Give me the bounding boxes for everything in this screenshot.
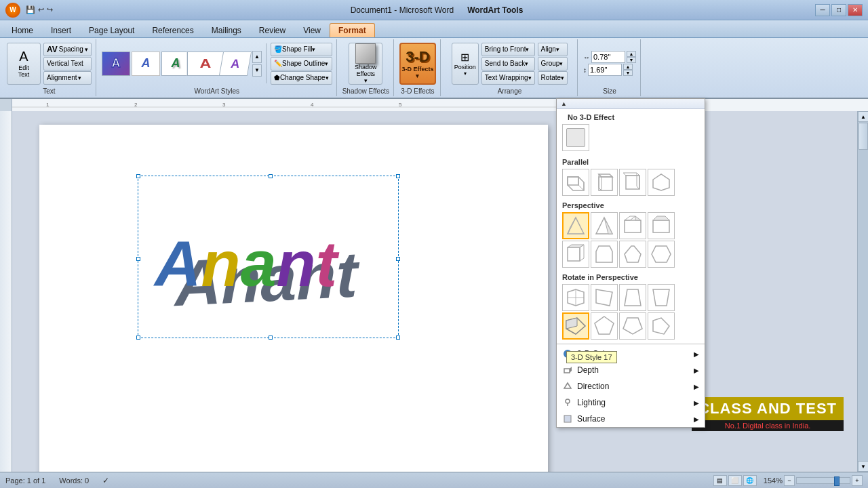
handle-tc[interactable] <box>269 174 273 178</box>
scroll-track[interactable] <box>858 122 868 461</box>
3d-effects-button[interactable]: 3-D 3-D Effects ▾ <box>399 43 436 85</box>
close-button[interactable]: ✕ <box>848 4 863 16</box>
wordart-style-2[interactable]: A <box>132 52 160 76</box>
ruler-svg: 1 2 3 4 5 <box>12 99 868 111</box>
group-button[interactable]: Group ▾ <box>538 57 568 70</box>
handle-br[interactable] <box>396 336 400 340</box>
tab-mailings[interactable]: Mailings <box>203 23 250 37</box>
shape-outline-button[interactable]: ✏️ Shape Outline ▾ <box>271 57 332 70</box>
handle-ml[interactable] <box>136 257 140 261</box>
no-effect-cell[interactable] <box>562 124 589 151</box>
zoom-thumb[interactable] <box>834 476 840 486</box>
rotate-8[interactable] <box>648 312 675 340</box>
handle-bl[interactable] <box>136 336 140 340</box>
arrange-sub-buttons: Bring to Front ▾ Send to Back ▾ Text Wra… <box>481 43 535 85</box>
rotate-2[interactable] <box>591 284 618 311</box>
handle-tr[interactable] <box>396 174 400 178</box>
surface-item[interactable]: Surface ▶ <box>557 411 705 427</box>
scroll-down-button[interactable]: ▼ <box>858 461 868 472</box>
perspective-7[interactable] <box>619 241 646 268</box>
perspective-5[interactable] <box>562 241 589 268</box>
view-print-button[interactable]: ▤ <box>713 475 727 486</box>
perspective-3[interactable] <box>619 212 646 239</box>
text-wrapping-button[interactable]: Text Wrapping ▾ <box>481 71 535 85</box>
tab-format[interactable]: Format <box>330 23 375 37</box>
rotate-3[interactable] <box>619 284 646 311</box>
handle-mr[interactable] <box>396 257 400 261</box>
ribbon-tabs: Home Insert Page Layout References Maili… <box>0 20 868 38</box>
spacing-button[interactable]: AV Spacing ▾ <box>43 43 92 56</box>
change-shape-button[interactable]: ⬟ Change Shape ▾ <box>271 71 332 85</box>
3d-color-item[interactable]: 3-D Color ▶ <box>557 346 705 362</box>
zoom-in-button[interactable]: + <box>852 475 863 486</box>
rotate-1[interactable] <box>562 284 589 311</box>
tab-page-layout[interactable]: Page Layout <box>80 23 143 37</box>
alignment-button[interactable]: Alignment ▾ <box>43 71 92 85</box>
quick-save-icon[interactable]: 💾 <box>26 5 35 14</box>
width-input[interactable] <box>591 51 625 63</box>
position-button[interactable]: ⊞ Position ▾ <box>452 43 479 85</box>
parallel-2[interactable] <box>591 169 618 196</box>
vertical-text-button[interactable]: Vertical Text <box>43 57 92 70</box>
lighting-item[interactable]: Lighting ▶ <box>557 394 705 411</box>
wordart-style-3[interactable]: A <box>161 52 190 76</box>
gallery-up-button[interactable]: ▲ <box>252 51 262 63</box>
height-input[interactable] <box>588 64 622 76</box>
shadow-arrow: ▾ <box>364 77 368 84</box>
height-up-button[interactable]: ▲ <box>623 64 633 70</box>
rotate-6[interactable] <box>591 312 618 340</box>
rotate-4[interactable] <box>648 284 675 311</box>
align-button[interactable]: Align ▾ <box>538 43 568 56</box>
edit-text-button[interactable]: A Edit Text <box>7 43 41 85</box>
width-down-button[interactable]: ▼ <box>627 57 636 63</box>
bring-front-button[interactable]: Bring to Front ▾ <box>481 43 535 56</box>
wordart-style-5[interactable]: A <box>219 52 252 76</box>
handle-tl[interactable] <box>136 174 140 178</box>
gallery-down-button[interactable]: ▼ <box>252 64 262 77</box>
minimize-button[interactable]: ─ <box>815 4 830 16</box>
quick-redo-icon[interactable]: ↪ <box>47 5 53 14</box>
parallel-4[interactable] <box>648 169 675 196</box>
3d-effects-content: 3-D 3-D Effects ▾ <box>399 41 436 86</box>
wordart-style-1[interactable]: A <box>102 52 130 76</box>
scroll-thumb[interactable] <box>859 123 868 150</box>
send-back-button[interactable]: Send to Back ▾ <box>481 57 535 70</box>
no-effect-grid <box>562 123 699 152</box>
scroll-up-button[interactable]: ▲ <box>858 111 868 122</box>
tab-insert[interactable]: Insert <box>42 23 80 37</box>
shadow-effects-button[interactable]: Shadow Effects ▾ <box>349 43 382 85</box>
quick-undo-icon[interactable]: ↩ <box>38 5 44 14</box>
shape-outline-icon: ✏️ <box>274 60 282 67</box>
tab-review[interactable]: Review <box>250 23 294 37</box>
svg-marker-37 <box>596 289 612 306</box>
handle-bc[interactable] <box>269 336 273 340</box>
rotate-button[interactable]: Rotate ▾ <box>538 71 568 85</box>
perspective-4[interactable] <box>648 212 675 239</box>
view-web-button[interactable]: 🌐 <box>743 475 757 486</box>
view-full-button[interactable]: ⬜ <box>728 475 742 486</box>
parallel-1[interactable] <box>562 169 589 196</box>
spell-check-icon[interactable]: ✓ <box>102 476 109 485</box>
perspective-2[interactable] <box>591 212 618 239</box>
zoom-out-button[interactable]: − <box>784 475 795 486</box>
spacing-label: Spacing <box>59 45 83 53</box>
perspective-6[interactable] <box>591 241 618 268</box>
depth-item[interactable]: Depth ▶ <box>557 362 705 378</box>
perspective-8[interactable] <box>648 241 675 268</box>
parallel-3[interactable] <box>619 169 646 196</box>
svg-marker-10 <box>568 177 578 185</box>
wordart-style-4[interactable]: A <box>187 52 224 76</box>
restore-button[interactable]: □ <box>831 4 846 16</box>
shape-fill-button[interactable]: 🪣 Shape Fill ▾ <box>271 43 332 56</box>
direction-item[interactable]: Direction ▶ <box>557 378 705 394</box>
zoom-slider[interactable] <box>796 477 850 484</box>
height-down-button[interactable]: ▼ <box>623 70 633 76</box>
rotate-7[interactable] <box>619 312 646 340</box>
perspective-1[interactable] <box>562 212 589 239</box>
tab-references[interactable]: References <box>143 23 202 37</box>
rotate-5-selected[interactable] <box>562 312 589 340</box>
tab-view[interactable]: View <box>294 23 330 37</box>
vertical-scrollbar[interactable]: ▲ ▼ <box>857 111 868 472</box>
width-up-button[interactable]: ▲ <box>627 51 636 57</box>
tab-home[interactable]: Home <box>3 23 42 37</box>
